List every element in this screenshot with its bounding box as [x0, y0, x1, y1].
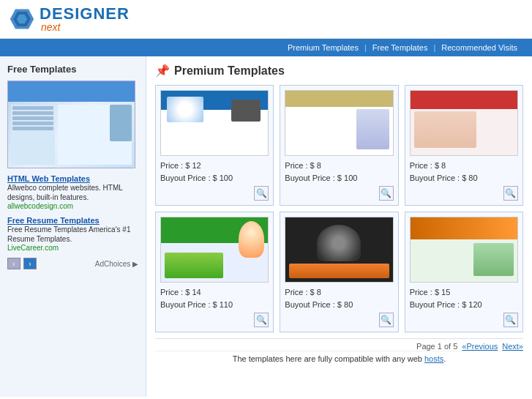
bottom-note: The templates here are fully compatible …	[155, 351, 523, 366]
ad-link-desc-2: Free Resume Templates America's #1 Resum…	[7, 225, 138, 244]
template-price-1: Price : $ 12 Buyout Price : $ 100	[160, 160, 269, 184]
template-card-footer-6: 🔍	[410, 313, 518, 327]
sidebar-ad-links: HTML Web Templates Allwebco complete web…	[7, 174, 138, 252]
template-price-4: Price : $ 14 Buyout Price : $ 110	[160, 286, 269, 310]
ad-top-strip	[8, 81, 135, 102]
sidebar-nav-buttons: ‹ › AdChoices ▶	[7, 258, 138, 269]
ad-line-3	[12, 116, 53, 120]
template-card-footer-2: 🔍	[285, 186, 393, 201]
page-info: Page 1 of 5	[416, 342, 457, 351]
nav-premium[interactable]: Premium Templates	[282, 42, 364, 53]
sidebar-ad-image	[7, 81, 135, 168]
zoom-button-3[interactable]: 🔍	[503, 186, 518, 201]
bottom-note-text-after: .	[443, 354, 446, 363]
logo-hex-icon	[9, 6, 35, 32]
template-card-1[interactable]: Price : $ 12 Buyout Price : $ 100 🔍	[155, 85, 274, 206]
ad-link-title-1[interactable]: HTML Web Templates	[7, 174, 138, 183]
template-price-2: Price : $ 8 Buyout Price : $ 100	[285, 160, 393, 184]
pin-icon: 📌	[155, 64, 170, 78]
template-thumb-1	[160, 90, 269, 156]
ad-link-block-1: HTML Web Templates Allwebco complete web…	[7, 174, 138, 210]
logo-area: DESIGNER next	[9, 6, 130, 32]
bottom-note-text-before: The templates here are fully compatible …	[233, 354, 424, 363]
ad-content-area	[8, 102, 135, 168]
template-card-6[interactable]: Price : $ 15 Buyout Price : $ 120 🔍	[405, 212, 523, 332]
next-button[interactable]: Next»	[502, 342, 523, 351]
content-footer: Page 1 of 5 «Previous Next»	[155, 338, 523, 351]
logo-designer-text: DESIGNER	[40, 6, 130, 22]
template-thumb-4	[160, 217, 269, 283]
ad-choices-label: AdChoices ▶	[95, 260, 138, 268]
template-card-4[interactable]: Price : $ 14 Buyout Price : $ 110 🔍	[155, 212, 274, 332]
content-title: Premium Templates	[174, 64, 285, 78]
zoom-button-6[interactable]: 🔍	[503, 313, 518, 327]
ad-link-desc-1: Allwebco complete websites. HTML designs…	[7, 183, 138, 202]
template-price-5: Price : $ 8 Buyout Price : $ 80	[285, 286, 393, 310]
template-card-5[interactable]: Price : $ 8 Buyout Price : $ 80 🔍	[280, 212, 398, 332]
content-area: 📌 Premium Templates Price : $ 12 Buyout …	[146, 56, 532, 397]
header: DESIGNER next	[0, 0, 532, 39]
sidebar: Free Templates	[0, 56, 146, 397]
logo-next-text: next	[41, 22, 130, 32]
nav-recommended[interactable]: Recommended Visits	[435, 42, 523, 53]
template-card-footer-4: 🔍	[160, 313, 269, 327]
template-grid: Price : $ 12 Buyout Price : $ 100 🔍 Pric…	[155, 85, 523, 332]
prev-button[interactable]: «Previous	[462, 342, 498, 351]
template-price-6: Price : $ 15 Buyout Price : $ 120	[410, 286, 518, 310]
ad-right-col	[58, 105, 132, 165]
nav-bar: Premium Templates | Free Templates | Rec…	[0, 39, 532, 56]
ad-link-url-1[interactable]: allwebcodesign.com	[7, 202, 138, 210]
nav-free[interactable]: Free Templates	[367, 42, 434, 53]
ad-link-block-2: Free Resume Templates Free Resume Templa…	[7, 216, 138, 252]
sidebar-next-button[interactable]: ›	[23, 258, 37, 269]
sidebar-prev-button[interactable]: ‹	[7, 258, 20, 269]
ad-link-title-2[interactable]: Free Resume Templates	[7, 216, 138, 225]
ad-left-col	[11, 105, 55, 165]
ad-line-4	[12, 122, 53, 125]
template-card-footer-3: 🔍	[410, 186, 518, 201]
template-thumb-3	[410, 90, 518, 156]
template-thumb-2	[285, 90, 393, 156]
template-thumb-6	[410, 217, 518, 283]
template-card-footer-5: 🔍	[285, 313, 393, 327]
template-card-footer-1: 🔍	[160, 186, 269, 201]
main-layout: Free Templates	[0, 56, 532, 397]
template-card-3[interactable]: Price : $ 8 Buyout Price : $ 80 🔍	[405, 85, 523, 206]
sidebar-title: Free Templates	[7, 64, 138, 75]
zoom-button-5[interactable]: 🔍	[379, 313, 394, 327]
content-header: 📌 Premium Templates	[155, 64, 523, 78]
ad-line-1	[12, 106, 53, 110]
zoom-button-2[interactable]: 🔍	[379, 186, 394, 201]
ad-line-5	[12, 127, 53, 130]
template-thumb-5	[285, 217, 393, 283]
ad-line-2	[12, 111, 53, 115]
ad-link-url-2[interactable]: LiveCareer.com	[7, 244, 138, 252]
zoom-button-1[interactable]: 🔍	[254, 186, 269, 201]
zoom-button-4[interactable]: 🔍	[254, 313, 269, 327]
bottom-note-hosts-link[interactable]: hosts	[424, 354, 443, 363]
ad-person-image	[110, 105, 132, 141]
template-price-3: Price : $ 8 Buyout Price : $ 80	[410, 160, 518, 184]
template-card-2[interactable]: Price : $ 8 Buyout Price : $ 100 🔍	[280, 85, 398, 206]
